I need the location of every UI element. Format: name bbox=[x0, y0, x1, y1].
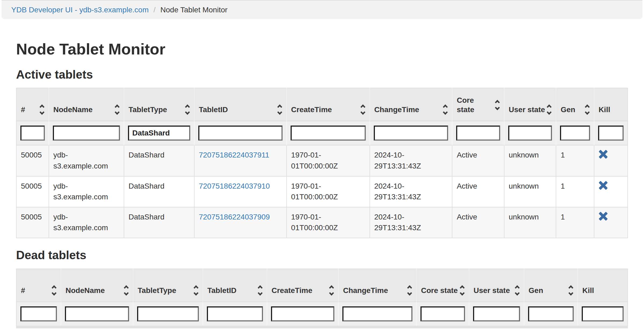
sort-icon bbox=[52, 286, 56, 295]
col-header-label: TabletType bbox=[138, 286, 176, 295]
tablet-id-link[interactable]: 72075186224037909 bbox=[199, 213, 270, 221]
sort-icon bbox=[496, 101, 500, 109]
active-filter-row bbox=[16, 121, 628, 145]
filter-cell bbox=[49, 121, 124, 145]
filter-cell bbox=[267, 302, 339, 327]
cell-nodename: ydb-s3.example.com bbox=[49, 207, 124, 238]
col-header-num[interactable]: # bbox=[16, 88, 49, 121]
dead-filter-userstate-input[interactable] bbox=[473, 306, 520, 321]
kill-button[interactable] bbox=[599, 212, 608, 221]
dead-filter-createtime-input[interactable] bbox=[271, 306, 335, 321]
cell-gen: 1 bbox=[556, 207, 594, 238]
active-filter-nodename-input[interactable] bbox=[53, 126, 120, 141]
cell-createtime: 1970-01-01T00:00:00Z bbox=[287, 207, 370, 238]
filter-cell bbox=[452, 121, 504, 145]
dead-filter-num-input[interactable] bbox=[20, 306, 57, 321]
cell-kill bbox=[594, 145, 628, 176]
col-header-label: TabletID bbox=[207, 286, 236, 295]
col-header-tabletid[interactable]: TabletID bbox=[194, 88, 287, 121]
col-header-gen[interactable]: Gen bbox=[524, 269, 578, 302]
cell-userstate: unknown bbox=[504, 176, 556, 207]
active-header-row: # NodeName TabletType TabletID CreateTim… bbox=[16, 88, 628, 121]
cell-corestate: Active bbox=[452, 176, 504, 207]
col-header-corestate[interactable]: Core state bbox=[416, 269, 469, 302]
active-filter-kill-input[interactable] bbox=[598, 126, 624, 141]
sort-icon bbox=[444, 105, 448, 114]
col-header-label: # bbox=[21, 286, 25, 295]
col-header-tablettype[interactable]: TabletType bbox=[133, 269, 203, 302]
cell-tabletid: 72075186224037909 bbox=[194, 207, 287, 238]
cell-createtime: 1970-01-01T00:00:00Z bbox=[287, 145, 370, 176]
cell-num: 50005 bbox=[16, 145, 49, 176]
active-filter-tabletid-input[interactable] bbox=[198, 126, 283, 141]
active-tablets-heading: Active tablets bbox=[16, 68, 628, 82]
dead-filter-gen-input[interactable] bbox=[528, 306, 574, 321]
tablet-id-link[interactable]: 72075186224037911 bbox=[199, 151, 269, 159]
breadcrumb-current: Node Tablet Monitor bbox=[160, 6, 228, 14]
filter-cell bbox=[578, 302, 628, 327]
active-filter-corestate-input[interactable] bbox=[456, 126, 500, 141]
cell-changetime: 2024-10-29T13:31:43Z bbox=[370, 176, 452, 207]
active-filter-changetime-input[interactable] bbox=[374, 126, 448, 141]
page-title: Node Tablet Monitor bbox=[16, 41, 628, 58]
cell-changetime: 2024-10-29T13:31:43Z bbox=[370, 207, 452, 238]
sort-icon bbox=[278, 105, 282, 114]
cell-num: 50005 bbox=[16, 207, 49, 238]
tablet-id-link[interactable]: 72075186224037910 bbox=[199, 182, 270, 190]
active-filter-gen-input[interactable] bbox=[560, 126, 590, 141]
col-header-tabletid[interactable]: TabletID bbox=[203, 269, 267, 302]
dead-filter-tablettype-input[interactable] bbox=[137, 306, 199, 321]
col-header-label: CreateTime bbox=[291, 105, 332, 114]
col-header-label: # bbox=[21, 105, 25, 114]
dead-filter-nodename-input[interactable] bbox=[65, 306, 129, 321]
breadcrumb-root-link[interactable]: YDB Developer UI - ydb-s3.example.com bbox=[11, 6, 149, 14]
dead-filter-changetime-input[interactable] bbox=[342, 306, 412, 321]
col-header-num[interactable]: # bbox=[16, 269, 61, 302]
col-header-label: ChangeTime bbox=[374, 105, 419, 114]
active-filter-tablettype-input[interactable] bbox=[128, 126, 190, 141]
kill-button[interactable] bbox=[599, 181, 608, 190]
col-header-changetime[interactable]: ChangeTime bbox=[338, 269, 416, 302]
col-header-kill: Kill bbox=[594, 88, 628, 121]
sort-icon bbox=[115, 105, 119, 114]
col-header-nodename[interactable]: NodeName bbox=[49, 88, 124, 121]
active-filter-num-input[interactable] bbox=[20, 126, 45, 141]
filter-cell bbox=[594, 121, 628, 145]
cell-tabletid: 72075186224037910 bbox=[194, 176, 287, 207]
col-header-tablettype[interactable]: TabletType bbox=[124, 88, 194, 121]
col-header-createtime[interactable]: CreateTime bbox=[267, 269, 339, 302]
cell-tabletid: 72075186224037911 bbox=[194, 145, 287, 176]
sort-icon bbox=[330, 286, 334, 295]
col-header-userstate[interactable]: User state bbox=[504, 88, 556, 121]
dead-filter-kill-input[interactable] bbox=[582, 306, 624, 321]
kill-button[interactable] bbox=[599, 150, 608, 159]
sort-icon bbox=[40, 105, 44, 114]
col-header-label: User state bbox=[474, 286, 510, 295]
col-header-gen[interactable]: Gen bbox=[556, 88, 594, 121]
dead-filter-corestate-input[interactable] bbox=[420, 306, 465, 321]
col-header-label: User state bbox=[509, 105, 545, 114]
col-header-label: Gen bbox=[561, 105, 575, 114]
dead-header-row: # NodeName TabletType TabletID CreateTim… bbox=[16, 269, 628, 302]
filter-cell bbox=[133, 302, 203, 327]
sort-icon bbox=[194, 286, 198, 295]
col-header-changetime[interactable]: ChangeTime bbox=[370, 88, 452, 121]
cell-gen: 1 bbox=[556, 145, 594, 176]
filter-cell bbox=[524, 302, 578, 327]
filter-cell bbox=[194, 121, 287, 145]
col-header-userstate[interactable]: User state bbox=[469, 269, 524, 302]
active-filter-userstate-input[interactable] bbox=[508, 126, 552, 141]
col-header-createtime[interactable]: CreateTime bbox=[287, 88, 370, 121]
col-header-corestate[interactable]: Core state bbox=[452, 88, 504, 121]
active-filter-createtime-input[interactable] bbox=[291, 126, 366, 141]
sort-icon bbox=[408, 286, 412, 295]
dead-filter-tabletid-input[interactable] bbox=[207, 306, 263, 321]
cell-nodename: ydb-s3.example.com bbox=[49, 176, 124, 207]
col-header-label: TabletID bbox=[199, 105, 228, 114]
cell-tablettype: DataShard bbox=[124, 176, 194, 207]
col-header-nodename[interactable]: NodeName bbox=[61, 269, 133, 302]
col-header-label: ChangeTime bbox=[343, 286, 388, 295]
table-row: 50005 ydb-s3.example.com DataShard 72075… bbox=[16, 145, 628, 176]
cell-userstate: unknown bbox=[504, 145, 556, 176]
col-header-label: Core state bbox=[457, 96, 493, 114]
